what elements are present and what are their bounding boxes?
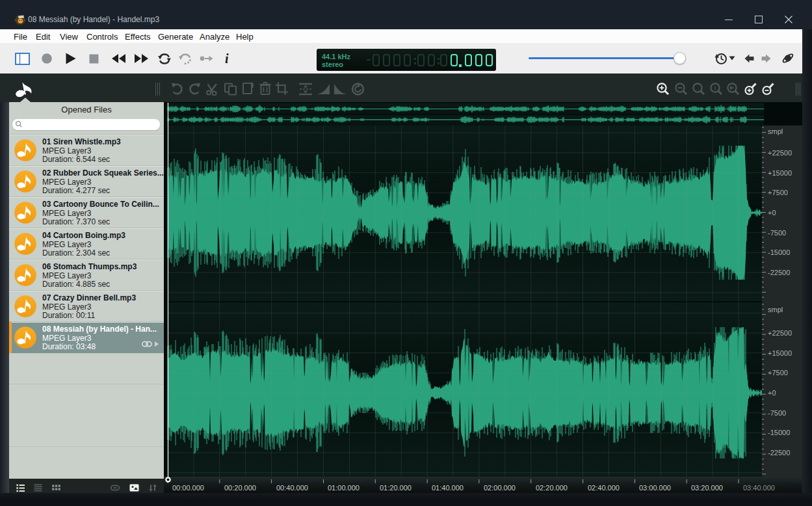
svg-text:1: 1 xyxy=(714,85,717,91)
